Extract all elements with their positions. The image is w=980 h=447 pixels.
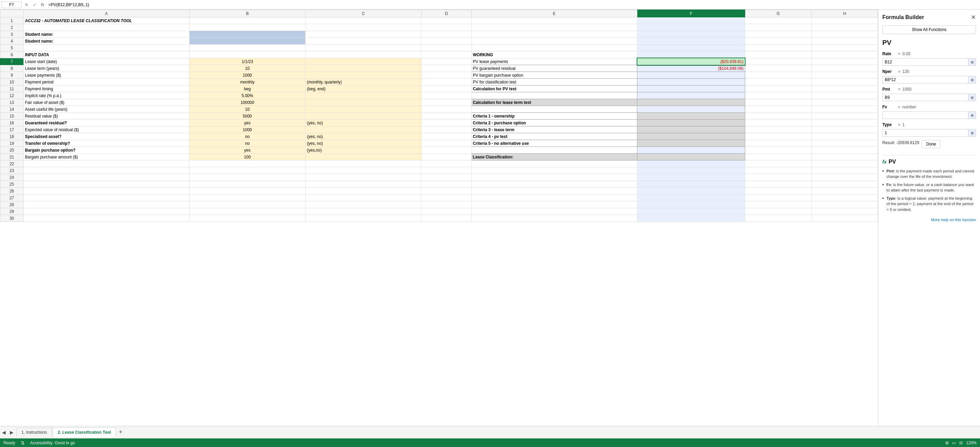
fb-input-type[interactable] — [882, 129, 969, 137]
col-header-f[interactable]: F — [637, 10, 745, 18]
cell-G21[interactable] — [745, 154, 811, 160]
col-header-h[interactable]: H — [811, 10, 878, 18]
cell-A5[interactable] — [24, 45, 189, 51]
cell-E1[interactable] — [471, 18, 637, 24]
cell-F5[interactable] — [637, 45, 745, 51]
cell-A2[interactable] — [24, 24, 189, 31]
cell-G17[interactable] — [745, 126, 811, 133]
cell-B15[interactable]: 5000 — [189, 113, 305, 120]
cell-H7[interactable] — [811, 58, 878, 65]
cell-C1[interactable] — [305, 18, 422, 24]
cell-A1[interactable]: ACC232 - AUTOMATED LEASE CLASSIFICATION … — [24, 18, 189, 24]
cell-G30[interactable] — [745, 215, 811, 222]
cell-F13[interactable] — [637, 99, 745, 106]
cell-F28[interactable] — [637, 201, 745, 208]
cell-E7[interactable]: PV lease payments — [471, 58, 637, 65]
cell-B23[interactable] — [189, 167, 305, 174]
cell-B5[interactable] — [189, 45, 305, 51]
cell-C12[interactable] — [305, 92, 422, 99]
cell-C23[interactable] — [305, 167, 422, 174]
cell-B19[interactable]: no — [189, 140, 305, 147]
cell-A6[interactable]: INPUT DATA — [24, 51, 189, 58]
cell-E19[interactable]: Criteria 5 - no alternative use — [471, 140, 637, 147]
cell-E27[interactable] — [471, 195, 637, 201]
cell-D15[interactable] — [422, 113, 471, 120]
cell-A8[interactable]: Lease term (years) — [24, 65, 189, 72]
cell-D23[interactable] — [422, 167, 471, 174]
cell-B30[interactable] — [189, 215, 305, 222]
cell-D17[interactable] — [422, 126, 471, 133]
cell-D25[interactable] — [422, 181, 471, 188]
cell-A20[interactable]: Bargain purchase option? — [24, 147, 189, 154]
cell-B12[interactable]: 5.00% — [189, 92, 305, 99]
cell-B8[interactable]: 10 — [189, 65, 305, 72]
cell-B9[interactable]: 1000 — [189, 72, 305, 79]
cell-H21[interactable] — [811, 154, 878, 160]
cell-H15[interactable] — [811, 113, 878, 120]
cell-A4[interactable]: Student name: — [24, 38, 189, 45]
cell-H8[interactable] — [811, 65, 878, 72]
cell-B2[interactable] — [189, 24, 305, 31]
cell-B22[interactable] — [189, 160, 305, 167]
cell-G15[interactable] — [745, 113, 811, 120]
status-pagebreak-icon[interactable]: ⊟ — [959, 441, 963, 445]
cell-G20[interactable] — [745, 147, 811, 154]
cell-A9[interactable]: Lease payments ($) — [24, 72, 189, 79]
cell-E3[interactable] — [471, 31, 637, 38]
fb-done-button[interactable]: Done — [922, 140, 940, 148]
cell-A17[interactable]: Expected value of residual ($) — [24, 126, 189, 133]
cell-G12[interactable] — [745, 92, 811, 99]
cell-E2[interactable] — [471, 24, 637, 31]
fb-close-button[interactable]: ✕ — [971, 14, 976, 21]
cell-E4[interactable] — [471, 38, 637, 45]
cell-G27[interactable] — [745, 195, 811, 201]
cell-E16[interactable]: Criteria 2 - purchase option — [471, 120, 637, 126]
col-header-b[interactable]: B — [189, 10, 305, 18]
cell-E6[interactable]: WORKING — [471, 51, 637, 58]
cell-B14[interactable]: 10 — [189, 106, 305, 113]
cell-H29[interactable] — [811, 208, 878, 215]
cell-D12[interactable] — [422, 92, 471, 99]
cell-B20[interactable]: yes — [189, 147, 305, 154]
cell-G3[interactable] — [745, 31, 811, 38]
fb-show-all-button[interactable]: Show All Functions — [882, 25, 976, 34]
cell-F8[interactable]: ($104,699.06) — [637, 65, 745, 72]
cell-F15[interactable] — [637, 113, 745, 120]
cell-G9[interactable] — [745, 72, 811, 79]
cell-C5[interactable] — [305, 45, 422, 51]
cell-F22[interactable] — [637, 160, 745, 167]
cell-D11[interactable] — [422, 86, 471, 92]
cell-A18[interactable]: Specialised asset? — [24, 133, 189, 140]
cell-D30[interactable] — [422, 215, 471, 222]
col-header-c[interactable]: C — [305, 10, 422, 18]
sheet-tab-instructions[interactable]: 1. Instructions — [16, 428, 52, 437]
cell-A29[interactable] — [24, 208, 189, 215]
cell-B17[interactable]: 1000 — [189, 126, 305, 133]
cell-E29[interactable] — [471, 208, 637, 215]
cell-C15[interactable] — [305, 113, 422, 120]
fb-input-nper-icon[interactable]: ⊞ — [969, 76, 976, 83]
cell-F10[interactable] — [637, 79, 745, 86]
cell-D29[interactable] — [422, 208, 471, 215]
cell-E15[interactable]: Criteria 1 - ownership — [471, 113, 637, 120]
cell-G25[interactable] — [745, 181, 811, 188]
cell-G6[interactable] — [745, 51, 811, 58]
cell-E24[interactable] — [471, 174, 637, 181]
cell-D5[interactable] — [422, 45, 471, 51]
cell-C14[interactable] — [305, 106, 422, 113]
cell-F19[interactable] — [637, 140, 745, 147]
cell-F17[interactable] — [637, 126, 745, 133]
cell-A10[interactable]: Payment period — [24, 79, 189, 86]
cell-C10[interactable]: (monthly, quarterly) — [305, 79, 422, 86]
cell-D16[interactable] — [422, 120, 471, 126]
status-grid-icon[interactable]: ⊞ — [945, 441, 949, 445]
cell-C17[interactable] — [305, 126, 422, 133]
cell-B3[interactable] — [189, 31, 305, 38]
cell-D20[interactable] — [422, 147, 471, 154]
cell-D26[interactable] — [422, 188, 471, 195]
cell-A15[interactable]: Residual value ($) — [24, 113, 189, 120]
cell-G13[interactable] — [745, 99, 811, 106]
cell-C2[interactable] — [305, 24, 422, 31]
fb-input-pmt-icon[interactable]: ⊞ — [969, 94, 976, 101]
cell-D10[interactable] — [422, 79, 471, 86]
